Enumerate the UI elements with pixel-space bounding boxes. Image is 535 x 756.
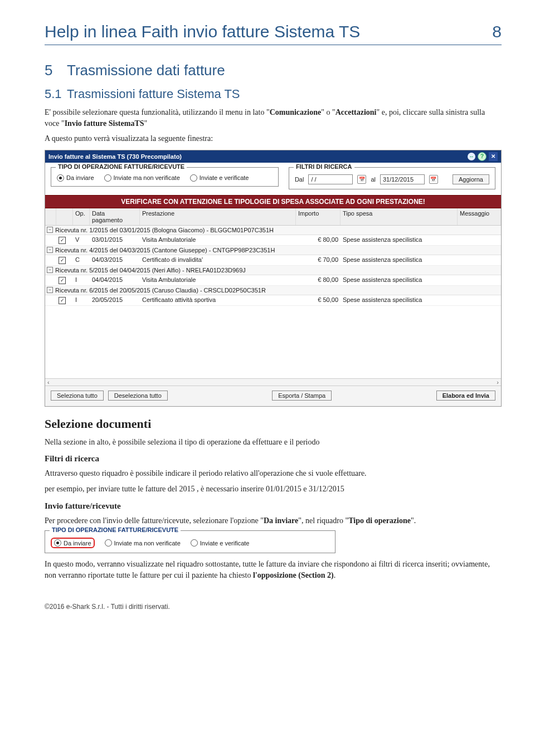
col-messaggio: Messaggio (458, 208, 501, 225)
invio-p1: Per procedere con l'invio delle fatture/… (45, 515, 502, 526)
calendar-icon[interactable]: 📅 (357, 175, 366, 184)
group-row[interactable]: − Ricevuta nr. 6/2015 del 20/05/2015 (Ca… (45, 286, 501, 295)
aggiorna-button[interactable]: Aggiorna (453, 174, 489, 184)
collapse-icon[interactable]: − (47, 227, 53, 233)
snippet-radio-da-inviare[interactable]: Da inviare (51, 538, 95, 548)
date-to-input[interactable]: 31/12/2015 (380, 174, 425, 184)
section-5-heading: 5Trasmissione dati fatture (45, 62, 502, 79)
label-al: al (371, 176, 376, 183)
closing-paragraph: In questo modo, verranno visualizzate ne… (45, 559, 502, 581)
filtri-ricerca-fieldset: FILTRI DI RICERCA Dal / / 📅 al 31/12/201… (289, 167, 495, 189)
group-row[interactable]: − Ricevuta nr. 4/2015 del 04/03/2015 (Ca… (45, 246, 501, 255)
row-checkbox[interactable] (59, 277, 66, 284)
cell-tipo: Spese assistenza specilistica (341, 275, 458, 285)
filtri-p2: per esempio, per inviare tutte le fattur… (45, 484, 502, 495)
col-tipospesa: Tipo spesa (341, 208, 458, 225)
cell-data: 04/03/2015 (90, 255, 140, 265)
group-label: Ricevuta nr. 1/2015 del 03/01/2015 (Bolo… (55, 227, 274, 233)
radio-off-icon (190, 174, 197, 182)
app-window: Invio fatture al Sistema TS (730 Precomp… (45, 150, 502, 407)
table-row: C 04/03/2015 Certificato di invalidita' … (45, 255, 501, 266)
doc-title-text: Help in linea Faith invio fatture Sistem… (45, 22, 360, 41)
scroll-right-icon[interactable]: › (497, 379, 499, 386)
cell-tipo: Spese assistenza specilistica (341, 235, 458, 245)
label-dal: Dal (295, 176, 304, 183)
cell-op: I (73, 295, 90, 305)
collapse-icon[interactable]: − (47, 287, 53, 293)
cell-prest: Visita Ambulatoriale (140, 275, 296, 285)
page-title: Help in linea Faith invio fatture Sistem… (45, 22, 502, 45)
horizontal-scrollbar[interactable]: ‹ › (45, 378, 501, 386)
cell-tipo: Spese assistenza specilistica (341, 295, 458, 305)
radio-off-icon (105, 539, 112, 547)
cell-op: C (73, 255, 90, 265)
esporta-stampa-button[interactable]: Esporta / Stampa (272, 391, 332, 401)
group-row[interactable]: − Ricevuta nr. 1/2015 del 03/01/2015 (Bo… (45, 226, 501, 235)
section-5-1-heading: 5.1Trasmissioni fatture Sistema TS (45, 87, 502, 101)
cell-prest: Certificaato attività sportiva (140, 295, 296, 305)
invio-fatture-heading: Invio fatture/ricevute (45, 501, 502, 511)
help-icon[interactable]: ? (478, 152, 487, 161)
page-footer: ©2016 e-Shark S.r.l. - Tutti i diritti r… (45, 603, 502, 611)
cell-importo: € 80,00 (296, 235, 341, 245)
calendar-icon[interactable]: 📅 (429, 175, 438, 184)
group-label: Ricevuta nr. 4/2015 del 04/03/2015 (Cant… (55, 247, 275, 253)
date-from-input[interactable]: / / (308, 174, 353, 184)
row-checkbox[interactable] (59, 257, 66, 264)
window-title: Invio fatture al Sistema TS (730 Precomp… (48, 153, 182, 160)
cell-importo: € 70,00 (296, 255, 341, 265)
col-importo: Importo (296, 208, 341, 225)
cell-importo: € 50,00 (296, 295, 341, 305)
radio-verificate[interactable]: Inviate e verificate (190, 174, 249, 182)
cell-data: 04/04/2015 (90, 275, 140, 285)
table-row: I 04/04/2015 Visita Ambulatoriale € 80,0… (45, 275, 501, 286)
cell-tipo: Spese assistenza specilistica (341, 255, 458, 265)
collapse-icon[interactable]: − (47, 247, 53, 253)
page-number: 8 (492, 22, 502, 41)
group-label: Ricevuta nr. 6/2015 del 20/05/2015 (Caru… (55, 287, 266, 294)
cell-op: I (73, 275, 90, 285)
radio-non-verificate[interactable]: Inviate ma non verificate (104, 174, 180, 182)
cell-prest: Visita Ambulatoriale (140, 235, 296, 245)
filtri-p1: Attraverso questo riquadro è possibile i… (45, 468, 502, 479)
intro-paragraph: E' possibile selezionare questa funziona… (45, 107, 502, 129)
snippet-radio-verificate[interactable]: Inviate e verificate (191, 539, 250, 547)
grid-header: Op. Data pagamento Prestazione Importo T… (45, 208, 501, 226)
app-titlebar: Invio fatture al Sistema TS (730 Precomp… (45, 150, 501, 163)
tipo-legend: TIPO DI OPERAZIONE FATTURE/RICEVUTE (56, 163, 187, 170)
tipo-operazione-fieldset: TIPO DI OPERAZIONE FATTURE/RICEVUTE Da i… (51, 167, 279, 187)
radio-off-icon (104, 174, 111, 182)
filtri-ricerca-heading: Filtri di ricerca (45, 454, 502, 464)
selezione-p1: Nella sezione in alto, è possibile selez… (45, 437, 502, 448)
col-data: Data pagamento (90, 208, 140, 225)
deseleziona-tutto-button[interactable]: Deseleziona tutto (108, 391, 168, 401)
col-op: Op. (73, 208, 90, 225)
seleziona-tutto-button[interactable]: Seleziona tutto (51, 391, 104, 401)
row-checkbox[interactable] (59, 297, 66, 304)
elabora-invia-button[interactable]: Elabora ed Invia (436, 391, 495, 401)
radio-on-icon (54, 539, 61, 547)
close-icon[interactable]: ✕ (489, 152, 498, 161)
table-row: I 20/05/2015 Certificaato attività sport… (45, 295, 501, 306)
filtri-legend: FILTRI DI RICERCA (294, 163, 354, 170)
snippet-legend: TIPO DI OPERAZIONE FATTURE/RICEVUTE (50, 526, 181, 533)
cell-data: 03/01/2015 (90, 235, 140, 245)
cell-prest: Certificato di invalidita' (140, 255, 296, 265)
selezione-documenti-heading: Selezione documenti (45, 417, 502, 431)
tipo-operazione-snippet: TIPO DI OPERAZIONE FATTURE/RICEVUTE Da i… (45, 530, 335, 553)
group-row[interactable]: − Ricevuta nr. 5/2015 del 04/04/2015 (Ne… (45, 266, 501, 275)
cell-op: V (73, 235, 90, 245)
intro-line-2: A questo punto verrà visualizzata la seg… (45, 133, 502, 144)
row-checkbox[interactable] (59, 237, 66, 244)
cell-importo: € 80,00 (296, 275, 341, 285)
col-prestazione: Prestazione (140, 208, 296, 225)
collapse-icon[interactable]: − (47, 267, 53, 273)
radio-off-icon (191, 539, 198, 547)
radio-da-inviare[interactable]: Da inviare (57, 174, 94, 182)
resize-icon[interactable]: ↔ (468, 153, 475, 160)
cell-data: 20/05/2015 (90, 295, 140, 305)
scroll-left-icon[interactable]: ‹ (47, 379, 50, 386)
table-row: V 03/01/2015 Visita Ambulatoriale € 80,0… (45, 235, 501, 246)
warning-bar: VERIFICARE CON ATTENZIONE LE TIPOLOGIE D… (45, 195, 501, 208)
snippet-radio-non-verificate[interactable]: Inviate ma non verificate (105, 539, 181, 547)
